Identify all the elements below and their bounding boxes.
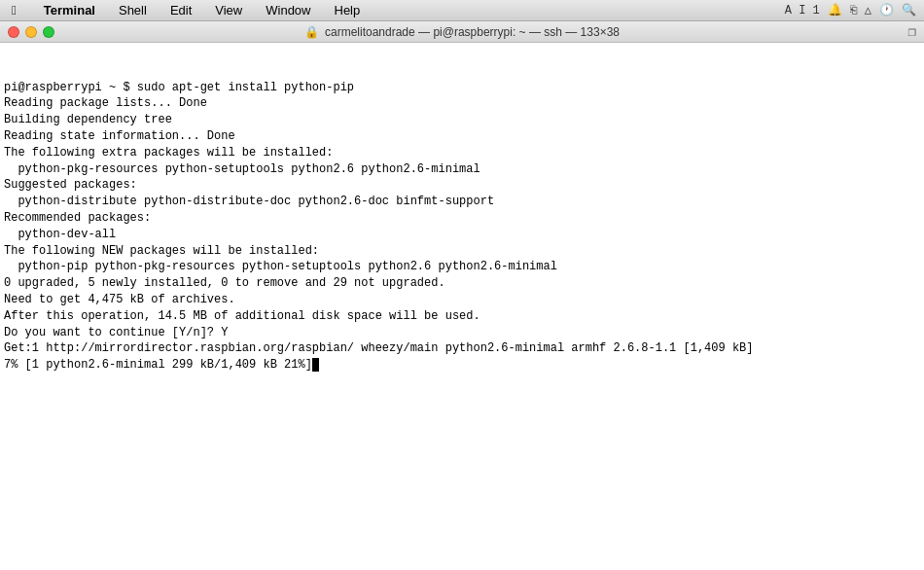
terminal-line: Building dependency tree (4, 112, 920, 128)
close-button[interactable] (8, 26, 19, 38)
window-controls (8, 26, 54, 38)
minimize-button[interactable] (25, 26, 37, 38)
terminal-line: The following NEW packages will be insta… (4, 243, 920, 260)
terminal-line: python-pip python-pkg-resources python-s… (4, 259, 920, 275)
terminal-line: 0 upgraded, 5 newly installed, 0 to remo… (4, 275, 920, 292)
menu-help[interactable]: Help (331, 3, 365, 18)
menu-view[interactable]: View (211, 3, 246, 18)
terminal-line: The following extra packages will be ins… (4, 145, 920, 161)
bluetooth-icon: ⎗ (850, 4, 857, 18)
menu-bar:  Terminal Shell Edit View Window Help A… (0, 0, 924, 21)
terminal-line: Reading state information... Done (4, 128, 920, 145)
terminal-line: 7% [1 python2.6-minimal 299 kB/1,409 kB … (4, 357, 920, 374)
cursor (312, 358, 319, 372)
terminal-line: python-pkg-resources python-setuptools p… (4, 161, 920, 178)
terminal-line: Recommended packages: (4, 210, 920, 227)
terminal-line: After this operation, 14.5 MB of additio… (4, 308, 920, 325)
terminal-line: python-dev-all (4, 227, 920, 243)
maximize-button[interactable] (43, 26, 54, 38)
terminal-line: Reading package lists... Done (4, 95, 920, 112)
clock-icon: 🕐 (879, 3, 894, 18)
menu-edit[interactable]: Edit (166, 3, 195, 18)
terminal-line: Do you want to continue [Y/n]? Y (4, 325, 920, 341)
terminal-content[interactable]: pi@raspberrypi ~ $ sudo apt-get install … (0, 43, 924, 570)
title-bar: 🔒 carmelitoandrade — pi@raspberrypi: ~ —… (0, 21, 924, 43)
apple-menu[interactable]:  (8, 3, 20, 18)
search-icon: 🔍 (902, 3, 916, 18)
menu-bar-right: A I 1 🔔 ⎗ △ 🕐 🔍 (785, 3, 916, 18)
terminal-line: Get:1 http://mirrordirector.raspbian.org… (4, 340, 920, 357)
wifi-icon: △ (865, 3, 871, 18)
terminal-line: Suggested packages: (4, 177, 920, 194)
ai-indicator: A I 1 (785, 4, 820, 18)
notification-icon: 🔔 (828, 3, 842, 18)
terminal-line: pi@raspberrypi ~ $ sudo apt-get install … (4, 80, 920, 96)
terminal-line: python-distribute python-distribute-doc … (4, 194, 920, 210)
menu-terminal[interactable]: Terminal (40, 3, 99, 18)
lock-icon: 🔒 (304, 25, 319, 39)
resize-icon[interactable]: ❐ (908, 23, 916, 40)
terminal-line: Need to get 4,475 kB of archives. (4, 292, 920, 308)
window-title: 🔒 carmelitoandrade — pi@raspberrypi: ~ —… (304, 25, 620, 39)
terminal-window: 🔒 carmelitoandrade — pi@raspberrypi: ~ —… (0, 21, 924, 570)
menu-shell[interactable]: Shell (115, 3, 151, 18)
title-label: carmelitoandrade — pi@raspberrypi: ~ — s… (325, 25, 620, 39)
menu-window[interactable]: Window (262, 3, 314, 18)
